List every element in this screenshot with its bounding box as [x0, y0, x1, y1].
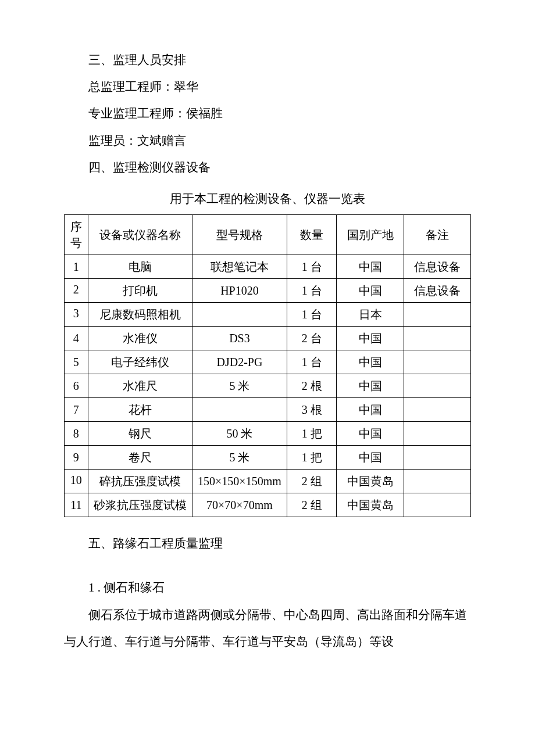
table-row: 5电子经纬仪DJD2-PG1 台中国: [65, 350, 471, 374]
cell-origin: 日本: [337, 303, 404, 327]
cell-qty: 1 台: [287, 279, 336, 303]
cell-name: 电子经纬仪: [88, 350, 192, 374]
table-row: 2打印机HP10201 台中国信息设备: [65, 279, 471, 303]
header-qty: 数量: [287, 215, 336, 255]
equipment-table-body: 1电脑联想笔记本1 台中国信息设备2打印机HP10201 台中国信息设备3尼康数…: [65, 255, 471, 517]
cell-note: [404, 398, 470, 422]
cell-name: 电脑: [88, 255, 192, 279]
section4-heading: 四、监理检测仪器设备: [64, 154, 471, 181]
cell-origin: 中国: [337, 255, 404, 279]
cell-note: [404, 303, 470, 327]
cell-note: [404, 493, 470, 517]
table-row: 3尼康数码照相机1 台日本: [65, 303, 471, 327]
cell-origin: 中国: [337, 279, 404, 303]
cell-qty: 3 根: [287, 398, 336, 422]
header-origin: 国别产地: [337, 215, 404, 255]
header-note: 备注: [404, 215, 470, 255]
equipment-table-caption: 用于本工程的检测设备、仪器一览表: [64, 185, 471, 212]
cell-name: 尼康数码照相机: [88, 303, 192, 327]
cell-note: 信息设备: [404, 255, 470, 279]
cell-index: 9: [65, 446, 88, 470]
cell-spec: 5 米: [192, 446, 287, 470]
cell-spec: 70×70×70mm: [192, 493, 287, 517]
cell-origin: 中国: [337, 422, 404, 446]
cell-origin: 中国黄岛: [337, 470, 404, 493]
cell-origin: 中国: [337, 374, 404, 398]
cell-index: 3: [65, 303, 88, 327]
cell-name: 卷尺: [88, 446, 192, 470]
table-row: 7花杆3 根中国: [65, 398, 471, 422]
cell-index: 6: [65, 374, 88, 398]
specialist-engineer-line: 专业监理工程师：侯福胜: [64, 100, 471, 127]
cell-spec: HP1020: [192, 279, 287, 303]
cell-index: 10: [65, 470, 88, 493]
cell-note: [404, 374, 470, 398]
table-header-row: 序号 设备或仪器名称 型号规格 数量 国别产地 备注: [65, 215, 471, 255]
cell-name: 水准仪: [88, 327, 192, 350]
cell-note: [404, 470, 470, 493]
equipment-table: 序号 设备或仪器名称 型号规格 数量 国别产地 备注 1电脑联想笔记本1 台中国…: [64, 214, 471, 517]
cell-qty: 2 组: [287, 493, 336, 517]
cell-index: 4: [65, 327, 88, 350]
section3-heading: 三、监理人员安排: [64, 46, 471, 73]
cell-origin: 中国: [337, 446, 404, 470]
cell-note: [404, 350, 470, 374]
table-row: 9卷尺5 米1 把中国: [65, 446, 471, 470]
section5-sub1: 1 . 侧石和缘石: [64, 574, 471, 601]
cell-name: 碎抗压强度试模: [88, 470, 192, 493]
table-row: 8钢尺50 米1 把中国: [65, 422, 471, 446]
cell-origin: 中国: [337, 398, 404, 422]
cell-spec: 联想笔记本: [192, 255, 287, 279]
table-row: 10碎抗压强度试模150×150×150mm2 组中国黄岛: [65, 470, 471, 493]
section5-heading: 五、路缘石工程质量监理: [64, 530, 471, 557]
cell-qty: 2 根: [287, 374, 336, 398]
table-row: 4水准仪DS32 台中国: [65, 327, 471, 350]
cell-spec: [192, 398, 287, 422]
cell-qty: 1 把: [287, 446, 336, 470]
header-name: 设备或仪器名称: [88, 215, 192, 255]
supervisor-line: 监理员：文斌赠言: [64, 127, 471, 154]
cell-name: 打印机: [88, 279, 192, 303]
section5-para1: 侧石系位于城市道路两侧或分隔带、中心岛四周、高出路面和分隔车道与人行道、车行道与…: [64, 601, 471, 655]
cell-origin: 中国: [337, 327, 404, 350]
cell-index: 8: [65, 422, 88, 446]
header-spec: 型号规格: [192, 215, 287, 255]
chief-engineer-line: 总监理工程师：翠华: [64, 73, 471, 100]
cell-origin: 中国: [337, 350, 404, 374]
cell-index: 5: [65, 350, 88, 374]
cell-name: 钢尺: [88, 422, 192, 446]
cell-spec: 150×150×150mm: [192, 470, 287, 493]
cell-qty: 1 把: [287, 422, 336, 446]
cell-name: 砂浆抗压强度试模: [88, 493, 192, 517]
cell-qty: 1 台: [287, 350, 336, 374]
cell-index: 1: [65, 255, 88, 279]
header-index: 序号: [65, 215, 88, 255]
cell-origin: 中国黄岛: [337, 493, 404, 517]
cell-spec: 50 米: [192, 422, 287, 446]
cell-spec: DJD2-PG: [192, 350, 287, 374]
cell-qty: 2 组: [287, 470, 336, 493]
table-row: 6水准尺5 米2 根中国: [65, 374, 471, 398]
cell-note: [404, 327, 470, 350]
table-row: 1电脑联想笔记本1 台中国信息设备: [65, 255, 471, 279]
cell-index: 11: [65, 493, 88, 517]
table-row: 11砂浆抗压强度试模70×70×70mm2 组中国黄岛: [65, 493, 471, 517]
cell-name: 花杆: [88, 398, 192, 422]
cell-qty: 1 台: [287, 255, 336, 279]
cell-note: 信息设备: [404, 279, 470, 303]
cell-qty: 2 台: [287, 327, 336, 350]
cell-index: 7: [65, 398, 88, 422]
cell-index: 2: [65, 279, 88, 303]
cell-spec: 5 米: [192, 374, 287, 398]
cell-note: [404, 422, 470, 446]
cell-qty: 1 台: [287, 303, 336, 327]
cell-note: [404, 446, 470, 470]
cell-spec: [192, 303, 287, 327]
cell-name: 水准尺: [88, 374, 192, 398]
cell-spec: DS3: [192, 327, 287, 350]
